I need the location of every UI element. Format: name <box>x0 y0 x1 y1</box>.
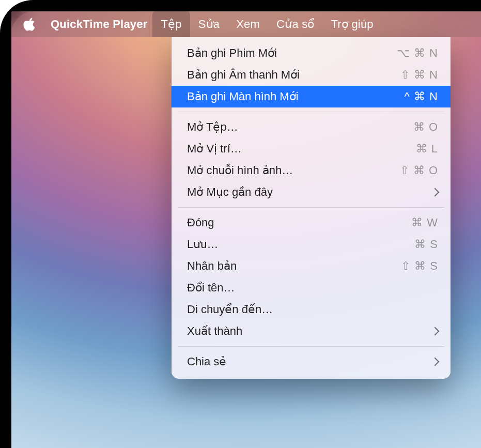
menuitem-label: Đóng <box>187 216 376 229</box>
menu-window-label: Cửa sổ <box>276 18 314 31</box>
menuitem-shortcut: ⇧ ⌘ O <box>376 164 438 177</box>
menuitem-new-audio-recording[interactable]: Bản ghi Âm thanh Mới ⇧ ⌘ N <box>172 64 451 86</box>
menuitem-export-as[interactable]: Xuất thành <box>172 320 451 342</box>
chevron-right-icon <box>431 358 440 366</box>
menuitem-label: Đổi tên… <box>187 281 438 295</box>
menuitem-label: Mở chuỗi hình ảnh… <box>187 164 376 177</box>
device-frame: QuickTime Player Tệp Sửa Xem Cửa sổ Trợ … <box>0 0 481 448</box>
apple-logo-icon <box>23 18 36 31</box>
menuitem-label: Mở Mục gần đây <box>187 186 424 199</box>
menuitem-move-to[interactable]: Di chuyển đến… <box>172 299 451 320</box>
app-name[interactable]: QuickTime Player <box>45 11 152 37</box>
menu-separator <box>178 346 444 347</box>
menuitem-new-screen-recording[interactable]: Bản ghi Màn hình Mới ^ ⌘ N <box>172 86 451 107</box>
menu-help-label: Trợ giúp <box>331 18 374 31</box>
menuitem-shortcut: ^ ⌘ N <box>376 90 438 103</box>
apple-menu[interactable] <box>23 18 45 31</box>
menu-edit-label: Sửa <box>198 18 220 31</box>
menuitem-shortcut: ⌥ ⌘ N <box>376 47 438 60</box>
chevron-right-icon <box>431 327 440 336</box>
menuitem-shortcut: ⌘ W <box>376 216 438 229</box>
menuitem-rename[interactable]: Đổi tên… <box>172 277 451 299</box>
menu-edit[interactable]: Sửa <box>190 11 228 37</box>
menuitem-shortcut: ⇧ ⌘ S <box>376 259 438 273</box>
menu-separator <box>178 112 444 112</box>
menuitem-label: Lưu… <box>187 238 376 251</box>
menuitem-label: Bản ghi Âm thanh Mới <box>187 68 376 82</box>
menuitem-label: Xuất thành <box>187 325 424 338</box>
menuitem-duplicate[interactable]: Nhân bản ⇧ ⌘ S <box>172 255 451 277</box>
menuitem-open-image-sequence[interactable]: Mở chuỗi hình ảnh… ⇧ ⌘ O <box>172 160 451 181</box>
menu-separator <box>178 207 444 208</box>
menuitem-label: Bản ghi Màn hình Mới <box>187 90 376 103</box>
menu-view-label: Xem <box>236 18 260 31</box>
menuitem-shortcut: ⌘ L <box>376 142 438 156</box>
menuitem-label: Mở Vị trí… <box>187 142 376 156</box>
menu-file[interactable]: Tệp <box>152 11 190 37</box>
menuitem-label: Chia sẻ <box>187 355 424 368</box>
menu-window[interactable]: Cửa sổ <box>268 11 322 37</box>
menuitem-shortcut: ⌘ O <box>376 120 438 134</box>
menubar: QuickTime Player Tệp Sửa Xem Cửa sổ Trợ … <box>11 11 481 37</box>
menu-file-label: Tệp <box>161 18 181 31</box>
menuitem-save[interactable]: Lưu… ⌘ S <box>172 234 451 255</box>
menuitem-label: Di chuyển đến… <box>187 303 438 316</box>
menuitem-shortcut: ⌘ S <box>376 238 438 251</box>
menuitem-open-recent[interactable]: Mở Mục gần đây <box>172 181 451 203</box>
menu-help[interactable]: Trợ giúp <box>323 11 382 37</box>
menu-view[interactable]: Xem <box>228 11 268 37</box>
menuitem-label: Mở Tệp… <box>187 120 376 134</box>
menuitem-close[interactable]: Đóng ⌘ W <box>172 212 451 234</box>
menuitem-label: Bản ghi Phim Mới <box>187 47 376 60</box>
desktop: QuickTime Player Tệp Sửa Xem Cửa sổ Trợ … <box>11 11 481 448</box>
menuitem-shortcut: ⇧ ⌘ N <box>376 68 438 82</box>
menuitem-share[interactable]: Chia sẻ <box>172 351 451 373</box>
menuitem-label: Nhân bản <box>187 259 376 273</box>
file-menu-dropdown: Bản ghi Phim Mới ⌥ ⌘ N Bản ghi Âm thanh … <box>172 37 451 379</box>
chevron-right-icon <box>431 188 440 197</box>
menuitem-new-movie-recording[interactable]: Bản ghi Phim Mới ⌥ ⌘ N <box>172 42 451 64</box>
menuitem-open-location[interactable]: Mở Vị trí… ⌘ L <box>172 138 451 160</box>
menuitem-open-file[interactable]: Mở Tệp… ⌘ O <box>172 116 451 138</box>
